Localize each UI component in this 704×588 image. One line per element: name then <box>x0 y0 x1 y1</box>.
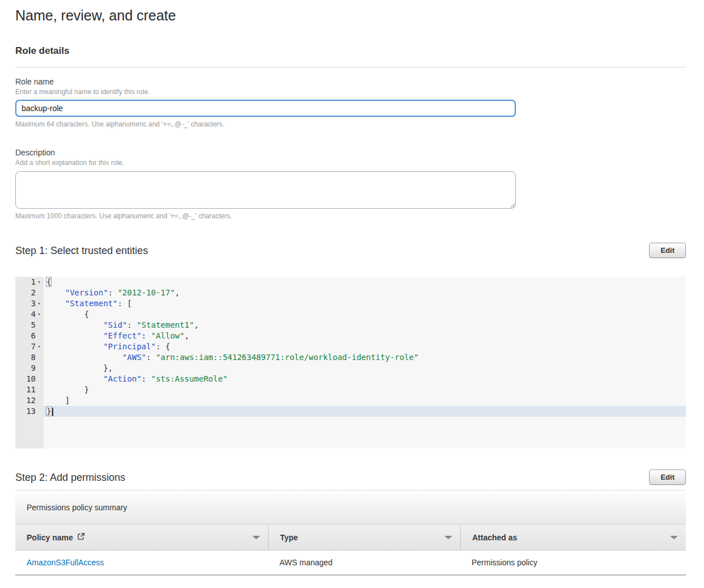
code-line[interactable]: "Principal": { <box>46 341 686 352</box>
step1-edit-button[interactable]: Edit <box>649 243 686 258</box>
page-title: Name, review, and create <box>15 7 686 24</box>
line-number: 11 <box>15 384 44 395</box>
cell-type: AWS managed <box>268 558 460 567</box>
external-link-icon <box>77 532 85 542</box>
column-header-attached-as: Attached as <box>460 524 686 550</box>
fold-arrow-icon[interactable]: ▾ <box>36 277 43 287</box>
step2-heading: Step 2: Add permissions <box>15 471 125 484</box>
fold-arrow-icon[interactable]: ▾ <box>36 341 43 352</box>
filter-icon[interactable] <box>670 536 678 539</box>
editor-gutter: 1▾23▾4▾567▾8910111213 <box>15 277 44 449</box>
role-name-constraint: Maximum 64 characters. Use alphanumeric … <box>15 120 686 129</box>
page-container: Name, review, and create Role details Ro… <box>15 7 686 576</box>
role-name-field: Role name Enter a meaningful name to ide… <box>15 77 686 129</box>
column-header-policy-name: Policy name <box>15 524 268 550</box>
code-line[interactable]: "Action": "sts:AssumeRole" <box>46 374 686 384</box>
cell-attached-as: Permissions policy <box>460 558 686 567</box>
code-line[interactable]: "Effect": "Allow", <box>46 331 686 341</box>
fold-arrow-icon[interactable]: ▾ <box>36 298 43 309</box>
column-label: Attached as <box>472 533 517 542</box>
table-row: AmazonS3FullAccess AWS managed Permissio… <box>15 551 686 576</box>
step2-edit-button[interactable]: Edit <box>649 469 686 485</box>
line-number: 5 <box>15 320 44 331</box>
column-header-type: Type <box>268 524 460 550</box>
line-number: 4▾ <box>15 309 44 320</box>
cell-policy-name: AmazonS3FullAccess <box>15 558 268 567</box>
code-line[interactable]: "AWS": "arn:aws:iam::541263489771:role/w… <box>46 352 686 363</box>
line-number: 8 <box>15 352 44 363</box>
editor-code: { "Version": "2012-10-17", "Statement": … <box>44 277 686 449</box>
code-line[interactable]: } <box>46 384 686 395</box>
column-label: Policy name <box>27 533 73 542</box>
description-label: Description <box>15 148 686 158</box>
table-header-row: Policy name Type Attached as <box>15 524 686 551</box>
line-number: 13 <box>15 406 44 417</box>
code-line[interactable]: "Statement": [ <box>46 298 686 309</box>
line-number: 9 <box>15 363 44 374</box>
description-help: Add a short explanation for this role. <box>15 159 686 167</box>
code-line[interactable]: ] <box>46 395 686 406</box>
line-number: 3▾ <box>15 298 44 309</box>
fold-arrow-icon[interactable]: ▾ <box>36 309 43 320</box>
step2-header-row: Step 2: Add permissions Edit <box>15 469 686 485</box>
permissions-panel: Permissions policy summary Policy name <box>15 490 686 576</box>
code-line[interactable]: { <box>46 309 686 320</box>
step1-header-row: Step 1: Select trusted entities Edit <box>15 243 686 258</box>
step1-heading: Step 1: Select trusted entities <box>15 244 148 257</box>
line-number: 6 <box>15 331 44 341</box>
line-number: 10 <box>15 374 44 384</box>
policy-name-link[interactable]: AmazonS3FullAccess <box>27 558 104 567</box>
line-number: 2 <box>15 287 44 298</box>
code-line[interactable]: }, <box>46 363 686 374</box>
filter-icon[interactable] <box>444 536 452 539</box>
role-name-help: Enter a meaningful name to identify this… <box>15 88 686 96</box>
code-line[interactable]: "Version": "2012-10-17", <box>46 287 686 298</box>
line-number: 12 <box>15 395 44 406</box>
role-details-heading: Role details <box>15 45 686 57</box>
panel-title: Permissions policy summary <box>15 490 686 524</box>
policy-json-editor[interactable]: 1▾23▾4▾567▾8910111213 { "Version": "2012… <box>15 277 686 449</box>
description-constraint: Maximum 1000 characters. Use alphanumeri… <box>15 212 686 221</box>
text-cursor <box>52 408 53 416</box>
code-line[interactable]: } <box>44 406 686 417</box>
description-field: Description Add a short explanation for … <box>15 148 686 221</box>
role-name-label: Role name <box>15 77 686 87</box>
column-label: Type <box>280 533 298 542</box>
divider <box>15 67 686 67</box>
line-number: 7▾ <box>15 341 44 352</box>
line-number: 1▾ <box>15 277 44 287</box>
code-line[interactable]: "Sid": "Statement1", <box>46 320 686 331</box>
role-name-input[interactable] <box>15 100 516 117</box>
description-textarea[interactable] <box>15 171 516 209</box>
code-line[interactable]: { <box>46 277 686 287</box>
filter-icon[interactable] <box>252 536 260 539</box>
